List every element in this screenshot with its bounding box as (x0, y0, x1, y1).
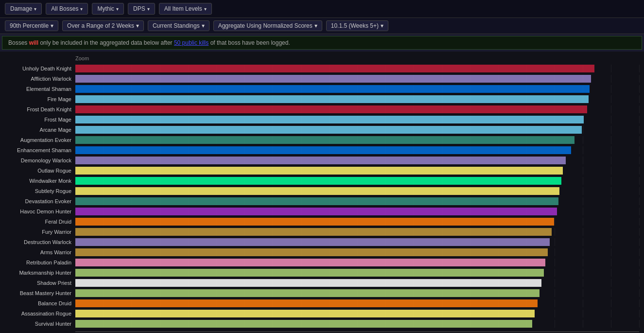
bar-row: Assassination Rogue (5, 309, 639, 318)
bar-track-wrapper (75, 269, 639, 277)
chart-container: Zoom Unholy Death KnightAffliction Warlo… (0, 52, 644, 333)
bar-track-wrapper (75, 105, 639, 113)
bar-track-wrapper (75, 177, 639, 185)
bar-fill (75, 228, 552, 236)
standings-arrow: ▾ (202, 22, 205, 29)
dps-label: DPS (133, 5, 145, 12)
bar-row: Arms Warrior (5, 247, 639, 257)
spec-label: Retribution Paladin (5, 260, 75, 265)
percentile-arrow: ▾ (51, 22, 53, 29)
mythic-arrow: ▾ (116, 6, 119, 12)
notice-highlight2: 50 public kills (174, 39, 209, 46)
bar-fill (75, 269, 544, 277)
filter-bar: 90th Percentile ▾ Over a Range of 2 Week… (0, 18, 644, 34)
spec-label: Windwalker Monk (5, 178, 75, 184)
notice-prefix: Bosses (8, 39, 29, 46)
dps-button[interactable]: DPS ▾ (128, 3, 155, 15)
bar-row: Affliction Warlock (5, 74, 639, 83)
bar-track-wrapper (75, 310, 639, 317)
bar-fill (75, 238, 550, 246)
spec-label: Unholy Death Knight (5, 66, 75, 71)
bar-fill (75, 197, 558, 205)
spec-label: Fury Warrior (5, 229, 75, 235)
spec-label: Frost Death Knight (5, 106, 75, 112)
all-bosses-button[interactable]: All Bosses ▾ (46, 3, 88, 15)
bar-fill (75, 187, 559, 195)
spec-label: Balance Druid (5, 300, 75, 306)
aggregate-filter[interactable]: Aggregate Using Normalized Scores ▾ (213, 20, 322, 31)
percentile-filter[interactable]: 90th Percentile ▾ (5, 20, 58, 31)
bar-fill (75, 289, 540, 297)
spec-label: Havoc Demon Hunter (5, 209, 75, 214)
range-filter[interactable]: Over a Range of 2 Weeks ▾ (62, 20, 144, 31)
bar-row: Survival Hunter (5, 319, 639, 328)
chart-area: Unholy Death KnightAffliction WarlockEle… (5, 63, 639, 329)
damage-button[interactable]: Damage ▾ (5, 3, 42, 15)
bar-track-wrapper (75, 167, 639, 175)
bar-track-wrapper (75, 208, 639, 215)
bar-track-wrapper (75, 279, 639, 287)
bar-row: Arcane Mage (5, 125, 639, 134)
dps-arrow: ▾ (147, 6, 150, 12)
bar-row: Subtlety Rogue (5, 186, 639, 195)
bar-fill (75, 248, 548, 256)
bar-fill (75, 146, 571, 154)
bar-track-wrapper (75, 95, 639, 103)
bar-row: Marksmanship Hunter (5, 268, 639, 277)
spec-label: Outlaw Rogue (5, 168, 75, 174)
bar-track-wrapper (75, 197, 639, 205)
bar-track-wrapper (75, 289, 639, 297)
bar-fill (75, 208, 557, 215)
bar-row: Havoc Demon Hunter (5, 207, 639, 216)
spec-label: Marksmanship Hunter (5, 270, 75, 276)
spec-label: Augmentation Evoker (5, 137, 75, 143)
mythic-button[interactable]: Mythic ▾ (92, 3, 124, 15)
bar-fill (75, 177, 561, 185)
spec-label: Destruction Warlock (5, 239, 75, 245)
patch-arrow: ▾ (381, 22, 383, 29)
bar-fill (75, 218, 554, 226)
bar-row: Unholy Death Knight (5, 64, 639, 73)
damage-arrow: ▾ (34, 6, 36, 12)
patch-label: 10.1.5 (Weeks 5+) (331, 22, 379, 29)
bar-row: Retribution Paladin (5, 258, 639, 267)
aggregate-arrow: ▾ (314, 22, 317, 29)
spec-label: Fire Mage (5, 96, 75, 102)
bar-track-wrapper (75, 299, 639, 307)
bar-fill (75, 95, 589, 103)
bar-row: Fury Warrior (5, 227, 639, 236)
item-levels-button[interactable]: All Item Levels ▾ (159, 3, 212, 15)
bar-row: Outlaw Rogue (5, 166, 639, 175)
aggregate-label: Aggregate Using Normalized Scores (218, 22, 313, 29)
patch-filter[interactable]: 10.1.5 (Weeks 5+) ▾ (326, 20, 388, 31)
spec-label: Subtlety Rogue (5, 188, 75, 194)
spec-label: Beast Mastery Hunter (5, 290, 75, 296)
percentile-label: 90th Percentile (10, 22, 49, 29)
bar-track-wrapper (75, 146, 639, 154)
spec-label: Demonology Warlock (5, 158, 75, 163)
bar-row: Augmentation Evoker (5, 135, 639, 144)
bar-fill (75, 167, 563, 175)
notice-middle: only be included in the aggregated data … (40, 39, 174, 46)
spec-label: Elemental Shaman (5, 86, 75, 92)
bar-track-wrapper (75, 75, 639, 83)
spec-label: Enhancement Shaman (5, 147, 75, 153)
bar-track-wrapper (75, 259, 639, 266)
item-levels-arrow: ▾ (204, 6, 207, 12)
notice-suffix: of that boss have been logged. (210, 39, 290, 46)
bar-fill (75, 157, 566, 164)
standings-filter[interactable]: Current Standings ▾ (148, 20, 209, 31)
spec-label: Arms Warrior (5, 249, 75, 255)
bar-row: Windwalker Monk (5, 176, 639, 185)
bosses-arrow: ▾ (80, 6, 83, 12)
bar-track-wrapper (75, 126, 639, 134)
spec-label: Arcane Mage (5, 127, 75, 133)
spec-label: Devastation Evoker (5, 198, 75, 204)
bar-track-wrapper (75, 187, 639, 195)
bar-row: Fire Mage (5, 94, 639, 104)
bar-row: Beast Mastery Hunter (5, 288, 639, 298)
bar-track-wrapper (75, 218, 639, 226)
bar-row: Balance Druid (5, 298, 639, 308)
bar-track-wrapper (75, 228, 639, 236)
bar-fill (75, 116, 584, 123)
